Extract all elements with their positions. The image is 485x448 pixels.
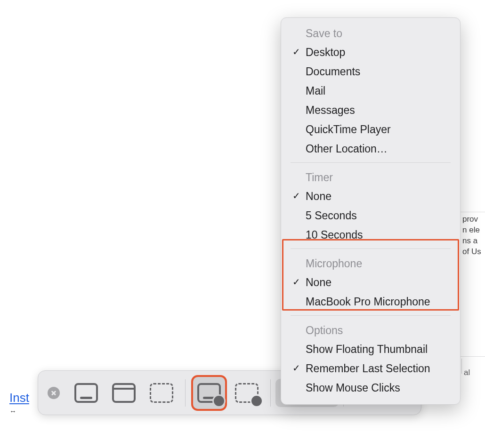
menu-item-mic-none[interactable]: None: [281, 273, 460, 292]
bg-text-fragment-2: al: [464, 368, 470, 377]
menu-item-timer-10s[interactable]: 10 Seconds: [281, 225, 460, 245]
resize-indicator: ↔: [9, 407, 16, 415]
capture-selection-icon: [150, 383, 173, 403]
menu-section-options: Options: [281, 320, 460, 340]
bg-divider-vertical: [461, 359, 462, 374]
capture-window-icon: [112, 383, 136, 403]
menu-section-save-to: Save to: [281, 23, 460, 43]
menu-item-show-mouse-clicks[interactable]: Show Mouse Clicks: [281, 378, 460, 398]
menu-item-timer-5s[interactable]: 5 Seconds: [281, 206, 460, 225]
menu-item-other-location[interactable]: Other Location…: [281, 139, 460, 159]
menu-item-mic-macbook[interactable]: MacBook Pro Microphone: [281, 292, 460, 312]
capture-entire-screen-button[interactable]: [69, 376, 103, 410]
bg-divider-2: [461, 356, 485, 357]
toolbar-separator: [185, 379, 186, 407]
options-menu: Save to Desktop Documents Mail Messages …: [281, 17, 461, 405]
menu-item-timer-none[interactable]: None: [281, 187, 460, 206]
close-icon[interactable]: [48, 387, 60, 399]
record-entire-screen-button[interactable]: [192, 376, 226, 410]
menu-item-messages[interactable]: Messages: [281, 101, 460, 120]
capture-selection-button[interactable]: [145, 376, 178, 410]
menu-item-documents[interactable]: Documents: [281, 62, 460, 81]
menu-section-microphone: Microphone: [281, 253, 460, 273]
bg-divider: [461, 212, 485, 212]
menu-divider-2: [291, 248, 451, 249]
record-entire-screen-icon: [197, 383, 221, 403]
menu-divider: [291, 162, 451, 163]
menu-divider-3: [291, 315, 451, 316]
record-selection-icon: [235, 383, 259, 403]
menu-item-mail[interactable]: Mail: [281, 81, 460, 101]
menu-item-quicktime[interactable]: QuickTime Player: [281, 120, 460, 139]
menu-item-remember-selection[interactable]: Remember Last Selection: [281, 359, 460, 378]
bg-text-fragment: prov n ele ns a of Us: [462, 214, 485, 257]
toolbar-separator-2: [270, 379, 271, 407]
menu-item-desktop[interactable]: Desktop: [281, 43, 460, 62]
menu-section-timer: Timer: [281, 167, 460, 187]
record-selection-button[interactable]: [230, 376, 264, 410]
link-fragment[interactable]: Inst: [9, 391, 29, 405]
menu-item-floating-thumb[interactable]: Show Floating Thumbnail: [281, 340, 460, 359]
capture-window-button[interactable]: [107, 376, 141, 410]
capture-entire-screen-icon: [74, 383, 98, 403]
